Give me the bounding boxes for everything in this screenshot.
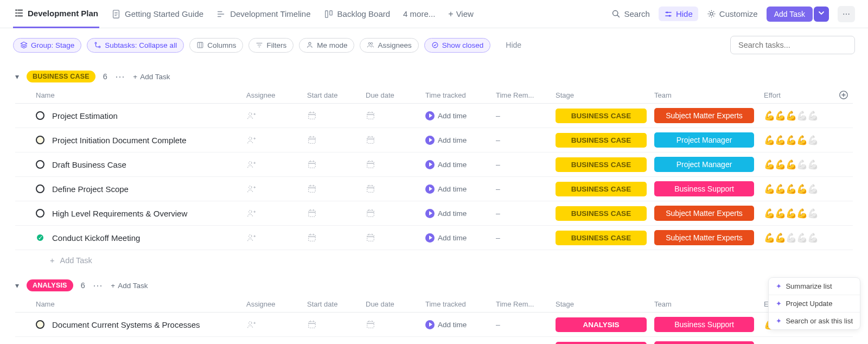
assignee-cell[interactable] [246, 184, 307, 194]
time-tracked-cell[interactable]: Add time [425, 160, 496, 169]
col-due[interactable]: Due date [366, 300, 425, 308]
collapse-toggle[interactable]: ▾ [15, 72, 19, 81]
col-stage[interactable]: Stage [556, 91, 654, 99]
tab-development-timeline[interactable]: Development Timeline [215, 0, 311, 28]
group-stage-pill[interactable]: ANALYSIS [27, 279, 73, 291]
col-effort[interactable]: Effort [764, 91, 834, 99]
task-row[interactable]: Project Initiation Document Complete Add… [15, 128, 853, 152]
task-name[interactable]: Draft Business Case [52, 160, 126, 169]
search-input[interactable] [730, 36, 855, 54]
task-row[interactable]: High Level Requirements & Overview Add t… [15, 201, 853, 226]
task-name[interactable]: Project Estimation [52, 111, 118, 120]
team-cell[interactable]: Subject Matter Experts [654, 206, 764, 221]
effort-cell[interactable]: 💪💪💪💪💪 [764, 183, 834, 195]
subtasks-pill[interactable]: Subtasks: Collapse all [87, 38, 184, 53]
tab-more[interactable]: 4 more... [402, 0, 436, 28]
play-icon[interactable] [425, 233, 435, 243]
col-start[interactable]: Start date [307, 300, 366, 308]
due-date-cell[interactable] [366, 111, 425, 120]
task-row[interactable]: Define Project Scope Add time – BUSINESS… [15, 177, 853, 201]
more-menu-button[interactable]: ⋯ [838, 6, 855, 22]
show-closed-pill[interactable]: Show closed [424, 38, 491, 53]
add-task-button[interactable]: Add Task [767, 7, 813, 22]
team-cell[interactable]: Subject Matter Experts [654, 108, 764, 123]
col-time-tracked[interactable]: Time tracked [425, 300, 496, 308]
assignees-pill[interactable]: Assignees [360, 38, 418, 53]
collapse-toggle[interactable]: ▾ [15, 281, 19, 290]
effort-cell[interactable]: 💪💪💪💪💪 [764, 135, 834, 146]
group-menu[interactable]: ⋯ [115, 71, 126, 82]
task-row[interactable]: Stakeholder Requirements Gathering Add t… [15, 337, 853, 344]
status-circle[interactable] [36, 136, 44, 144]
search-button[interactable]: Search [611, 9, 650, 18]
task-name[interactable]: Conduct Kickoff Meeting [52, 233, 140, 243]
assignee-cell[interactable] [246, 111, 307, 120]
task-row[interactable]: Document Current Systems & Processes Add… [15, 313, 853, 337]
assignee-cell[interactable] [246, 233, 307, 243]
assignee-cell[interactable] [246, 160, 307, 169]
status-circle[interactable] [36, 320, 44, 329]
due-date-cell[interactable] [366, 184, 425, 194]
effort-cell[interactable]: 💪💪💪💪💪 [764, 232, 834, 244]
col-time-remaining[interactable]: Time Rem... [496, 91, 556, 99]
play-icon[interactable] [425, 209, 435, 218]
customize-button[interactable]: Customize [707, 9, 758, 18]
effort-cell[interactable]: 💪💪💪💪💪 [764, 208, 834, 219]
due-date-cell[interactable] [366, 320, 425, 329]
stage-cell[interactable]: BUSINESS CASE [556, 157, 654, 172]
start-date-cell[interactable] [307, 160, 366, 169]
start-date-cell[interactable] [307, 208, 366, 218]
task-row[interactable]: ✓ Conduct Kickoff Meeting Add time – BUS… [15, 226, 853, 250]
time-tracked-cell[interactable]: Add time [425, 233, 496, 243]
task-name[interactable]: Project Initiation Document Complete [52, 136, 187, 145]
tab-backlog-board[interactable]: Backlog Board [323, 0, 392, 28]
due-date-cell[interactable] [366, 135, 425, 145]
start-date-cell[interactable] [307, 320, 366, 329]
start-date-cell[interactable] [307, 111, 366, 120]
group-add-task[interactable]: + Add Task [133, 73, 170, 81]
add-column-button[interactable] [839, 90, 853, 100]
stage-cell[interactable]: BUSINESS CASE [556, 109, 654, 123]
time-tracked-cell[interactable]: Add time [425, 320, 496, 329]
task-name[interactable]: High Level Requirements & Overview [52, 209, 187, 218]
task-row[interactable]: Project Estimation Add time – BUSINESS C… [15, 104, 853, 128]
col-stage[interactable]: Stage [556, 300, 654, 308]
add-view[interactable]: + View [447, 0, 475, 28]
task-row[interactable]: Draft Business Case Add time – BUSINESS … [15, 152, 853, 177]
stage-cell[interactable]: ANALYSIS [556, 317, 654, 332]
col-team[interactable]: Team [654, 300, 764, 308]
col-time-tracked[interactable]: Time tracked [425, 91, 496, 99]
team-cell[interactable]: Project Manager [654, 132, 764, 148]
stage-cell[interactable]: ANALYSIS [556, 342, 654, 345]
due-date-cell[interactable] [366, 208, 425, 218]
time-tracked-cell[interactable]: Add time [425, 111, 496, 120]
group-pill[interactable]: Group: Stage [13, 38, 81, 53]
float-search-ask[interactable]: ✦Search or ask this list [769, 313, 860, 329]
stage-cell[interactable]: BUSINESS CASE [556, 182, 654, 196]
play-icon[interactable] [425, 136, 435, 145]
group-add-task[interactable]: + Add Task [111, 282, 148, 290]
start-date-cell[interactable] [307, 184, 366, 194]
hide-button[interactable]: Hide [659, 7, 698, 21]
float-project-update[interactable]: ✦Project Update [769, 295, 860, 313]
tab-development-plan[interactable]: Development Plan [13, 0, 99, 28]
task-name[interactable]: Document Current Systems & Processes [52, 320, 200, 329]
status-circle[interactable] [36, 209, 44, 218]
group-menu[interactable]: ⋯ [93, 279, 104, 291]
start-date-cell[interactable] [307, 135, 366, 145]
assignee-cell[interactable] [246, 320, 307, 329]
team-cell[interactable]: Subject Matter Experts [654, 230, 764, 245]
team-cell[interactable]: Business Support [654, 341, 764, 344]
time-tracked-cell[interactable]: Add time [425, 184, 496, 194]
play-icon[interactable] [425, 111, 435, 120]
status-circle[interactable] [36, 184, 44, 193]
add-task-row[interactable]: +Add Task [15, 250, 853, 271]
team-cell[interactable]: Business Support [654, 317, 764, 332]
col-name[interactable]: Name [36, 91, 246, 99]
filters-pill[interactable]: Filters [248, 38, 293, 53]
status-circle[interactable] [36, 160, 44, 169]
col-start[interactable]: Start date [307, 91, 366, 99]
stage-cell[interactable]: BUSINESS CASE [556, 133, 654, 148]
float-summarize[interactable]: ✦Summarize list [769, 278, 860, 295]
add-task-dropdown[interactable] [814, 7, 829, 22]
